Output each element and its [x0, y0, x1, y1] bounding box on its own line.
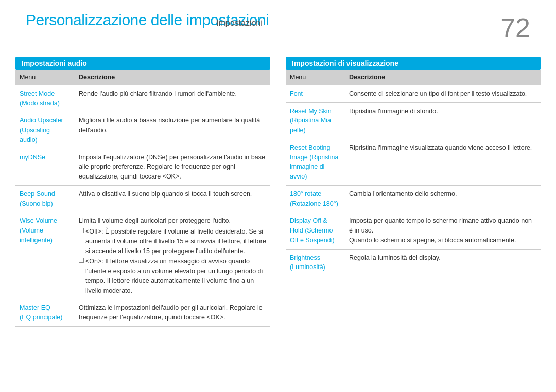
- wise-volume-on-text: <On>: Il lettore visualizza un messaggio…: [85, 257, 266, 295]
- audio-menu-cell: Master EQ (EQ principale): [15, 299, 75, 327]
- display-table-row: Reset My Skin (Ripristina Mia pelle)Ripr…: [286, 102, 541, 139]
- checkbox-on-icon: [79, 258, 84, 263]
- audio-table-row: Master EQ (EQ principale)Ottimizza le im…: [15, 299, 270, 327]
- audio-menu-cell: Beep Sound (Suono bip): [15, 185, 75, 212]
- content-area: Impostazioni audio Menu Descrizione Stre…: [15, 57, 541, 377]
- audio-table-row: Beep Sound (Suono bip)Attiva o disattiva…: [15, 185, 270, 212]
- display-desc-cell: Ripristina l'immagine di sfondo.: [345, 102, 541, 139]
- display-table-row: Brightness (Luminosità)Regola la luminos…: [286, 249, 541, 276]
- display-menu-cell: Font: [286, 85, 345, 102]
- display-menu-cell: Reset Booting Image (Ripristina immagine…: [286, 139, 345, 185]
- audio-col-menu: Menu: [15, 70, 75, 85]
- audio-menu-cell: myDNSe: [15, 149, 75, 185]
- audio-menu-cell: Street Mode (Modo strada): [15, 85, 75, 112]
- display-desc-cell: Consente di selezionare un tipo di font …: [345, 85, 541, 102]
- sub-title: Impostazioni: [216, 19, 263, 28]
- audio-table-row: Wise Volume (Volume intelligente)Limita …: [15, 212, 270, 299]
- audio-desc-cell: Migliora i file audio a bassa risoluzion…: [75, 112, 270, 149]
- display-desc-cell: Imposta per quanto tempo lo schermo rima…: [345, 212, 541, 249]
- audio-desc-cell: Imposta l'equalizzatore (DNSe) per perso…: [75, 149, 270, 185]
- wise-volume-off-text: <Off>: È possibile regolare il volume al…: [85, 227, 266, 256]
- audio-table-row: Street Mode (Modo strada)Rende l'audio p…: [15, 85, 270, 112]
- audio-panel-header: Impostazioni audio: [15, 57, 270, 70]
- page-number: 72: [500, 14, 530, 41]
- audio-desc-cell: Rende l'audio più chiaro filtrando i rum…: [75, 85, 270, 112]
- audio-desc-cell: Limita il volume degli auricolari per pr…: [75, 212, 270, 299]
- checkbox-off-icon: [79, 228, 84, 233]
- display-table-row: 180° rotate (Rotazione 180°)Cambia l'ori…: [286, 185, 541, 212]
- display-menu-cell: Display Off & Hold (Schermo Off e Sospen…: [286, 212, 345, 249]
- display-col-desc: Descrizione: [345, 70, 541, 85]
- audio-table: Menu Descrizione Street Mode (Modo strad…: [15, 70, 270, 327]
- display-table: Menu Descrizione FontConsente di selezio…: [286, 70, 541, 276]
- audio-col-desc: Descrizione: [75, 70, 270, 85]
- display-panel: Impostazioni di visualizzazione Menu Des…: [286, 57, 541, 377]
- audio-panel: Impostazioni audio Menu Descrizione Stre…: [15, 57, 270, 377]
- audio-menu-cell: Audio Upscaler (Upscaling audio): [15, 112, 75, 149]
- audio-menu-cell: Wise Volume (Volume intelligente): [15, 212, 75, 299]
- display-menu-cell: 180° rotate (Rotazione 180°): [286, 185, 345, 212]
- audio-desc-cell: Ottimizza le impostazioni dell'audio per…: [75, 299, 270, 327]
- display-col-menu: Menu: [286, 70, 345, 85]
- audio-table-row: Audio Upscaler (Upscaling audio)Migliora…: [15, 112, 270, 149]
- audio-desc-cell: Attiva o disattiva il suono bip quando s…: [75, 185, 270, 212]
- audio-table-row: myDNSeImposta l'equalizzatore (DNSe) per…: [15, 149, 270, 185]
- display-desc-cell: Ripristina l'immagine visualizzata quand…: [345, 139, 541, 185]
- display-table-row: Reset Booting Image (Ripristina immagine…: [286, 139, 541, 185]
- display-menu-cell: Brightness (Luminosità): [286, 249, 345, 276]
- display-desc-cell: Cambia l'orientamento dello schermo.: [345, 185, 541, 212]
- display-table-row: Display Off & Hold (Schermo Off e Sospen…: [286, 212, 541, 249]
- display-menu-cell: Reset My Skin (Ripristina Mia pelle): [286, 102, 345, 139]
- display-table-row: FontConsente di selezionare un tipo di f…: [286, 85, 541, 102]
- display-desc-cell: Regola la luminosità del display.: [345, 249, 541, 276]
- display-panel-header: Impostazioni di visualizzazione: [286, 57, 541, 70]
